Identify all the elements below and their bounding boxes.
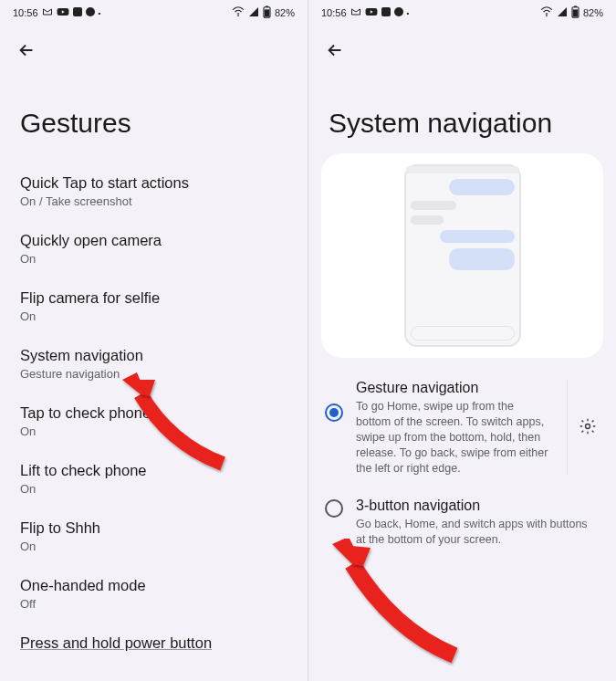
wifi-icon bbox=[232, 6, 245, 19]
wifi-icon bbox=[540, 6, 553, 19]
gmail-icon bbox=[42, 6, 53, 19]
svg-rect-5 bbox=[266, 5, 268, 7]
battery-icon bbox=[263, 5, 271, 20]
phone-mock-icon bbox=[404, 164, 521, 347]
status-bar: 10:56 • 82% bbox=[308, 0, 616, 24]
option-desc: Go back, Home, and switch apps with butt… bbox=[356, 517, 600, 548]
status-right: 82% bbox=[232, 5, 295, 20]
system-navigation-screen: 10:56 • 82% System navigation bbox=[308, 0, 616, 681]
item-title: Lift to check phone bbox=[20, 462, 287, 479]
option-3-button-navigation[interactable]: 3-button navigation Go back, Home, and s… bbox=[321, 488, 603, 561]
svg-point-9 bbox=[394, 7, 403, 16]
item-title: Flip to Shhh bbox=[20, 519, 287, 537]
item-title: Quickly open camera bbox=[20, 232, 287, 249]
gmail-icon bbox=[350, 6, 361, 19]
dot-icon: • bbox=[99, 9, 101, 17]
item-title: Tap to check phone bbox=[20, 404, 287, 422]
item-title: Quick Tap to start actions bbox=[20, 174, 287, 192]
status-bar: 10:56 • 82% bbox=[0, 0, 308, 24]
gestures-screen: 10:56 • 82% Gestures Quick Tap to s bbox=[0, 0, 308, 681]
item-sub: On bbox=[20, 482, 287, 496]
page-title: System navigation bbox=[308, 69, 616, 153]
item-sub: On / Take screenshot bbox=[20, 194, 287, 208]
circle-icon bbox=[86, 7, 95, 18]
status-right: 82% bbox=[540, 5, 603, 20]
item-title: One-handed mode bbox=[20, 577, 287, 594]
option-gesture-navigation[interactable]: Gesture navigation To go Home, swipe up … bbox=[321, 371, 603, 488]
svg-rect-13 bbox=[573, 9, 578, 16]
status-left: 10:56 • bbox=[13, 6, 100, 19]
status-time: 10:56 bbox=[321, 7, 347, 18]
item-sub: Gesture navigation bbox=[20, 367, 287, 381]
navigation-options: Gesture navigation To go Home, swipe up … bbox=[308, 358, 616, 561]
battery-percent: 82% bbox=[583, 7, 603, 18]
option-title: 3-button navigation bbox=[356, 498, 600, 514]
item-sub: On bbox=[20, 424, 287, 438]
option-settings-button[interactable] bbox=[567, 380, 600, 476]
battery-icon bbox=[571, 5, 579, 20]
status-time: 10:56 bbox=[13, 7, 38, 18]
back-icon[interactable] bbox=[325, 47, 345, 63]
item-sub: Off bbox=[20, 597, 287, 611]
radio-unselected-icon[interactable] bbox=[325, 499, 343, 518]
item-title: Flip camera for selfie bbox=[20, 289, 287, 307]
item-title: System navigation bbox=[20, 347, 287, 364]
battery-percent: 82% bbox=[275, 7, 295, 18]
svg-point-2 bbox=[86, 7, 95, 16]
youtube-icon bbox=[57, 7, 69, 18]
status-left: 10:56 • bbox=[321, 6, 409, 19]
item-one-handed[interactable]: One-handed mode Off bbox=[20, 565, 287, 623]
svg-rect-1 bbox=[73, 7, 82, 16]
page-title: Gestures bbox=[0, 69, 308, 162]
gear-icon bbox=[579, 417, 597, 439]
svg-rect-6 bbox=[265, 9, 269, 16]
svg-point-10 bbox=[546, 15, 548, 16]
item-sub: On bbox=[20, 252, 287, 266]
square-icon bbox=[381, 7, 391, 18]
signal-icon bbox=[557, 6, 568, 19]
item-tap-check[interactable]: Tap to check phone On bbox=[20, 393, 287, 450]
circle-icon bbox=[394, 7, 403, 18]
item-power-button[interactable]: Press and hold power button bbox=[0, 623, 308, 652]
item-lift-check[interactable]: Lift to check phone On bbox=[20, 450, 287, 508]
item-quick-tap[interactable]: Quick Tap to start actions On / Take scr… bbox=[20, 162, 287, 220]
youtube-icon bbox=[365, 7, 378, 18]
option-title: Gesture navigation bbox=[356, 380, 548, 396]
item-sub: On bbox=[20, 309, 287, 323]
option-desc: To go Home, swipe up from the bottom of … bbox=[356, 399, 548, 476]
back-icon[interactable] bbox=[16, 47, 37, 63]
navigation-preview bbox=[321, 153, 603, 358]
item-sub: On bbox=[20, 540, 287, 553]
svg-point-14 bbox=[585, 424, 590, 428]
item-flip-camera[interactable]: Flip camera for selfie On bbox=[20, 278, 287, 335]
svg-point-3 bbox=[237, 15, 239, 16]
radio-selected-icon[interactable] bbox=[325, 403, 343, 422]
settings-list: Quick Tap to start actions On / Take scr… bbox=[0, 162, 308, 623]
signal-icon bbox=[248, 6, 259, 19]
dot-icon: • bbox=[407, 9, 410, 17]
item-open-camera[interactable]: Quickly open camera On bbox=[20, 220, 287, 278]
svg-rect-12 bbox=[574, 5, 577, 7]
item-system-navigation[interactable]: System navigation Gesture navigation bbox=[20, 335, 287, 393]
svg-rect-8 bbox=[381, 7, 391, 16]
item-flip-shhh[interactable]: Flip to Shhh On bbox=[20, 508, 287, 565]
square-icon bbox=[73, 7, 82, 18]
